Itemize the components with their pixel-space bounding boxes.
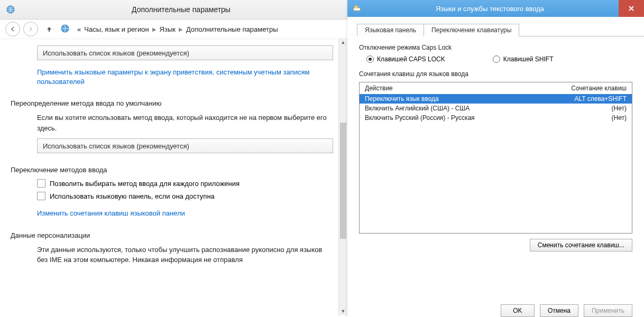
list-header: Действие Сочетание клавиш xyxy=(360,82,632,94)
advanced-settings-window: Дополнительные параметры « Часы, язык и … xyxy=(0,0,348,317)
apply-button[interactable]: Применить xyxy=(584,304,632,317)
apply-to-welcome-link[interactable]: Применить языковые параметры к экрану пр… xyxy=(37,68,323,87)
chevron-right-icon: ▶ xyxy=(152,26,157,32)
titlebar: Языки и службы текстового ввода xyxy=(347,0,644,17)
list-item[interactable]: Включить Английский (США) - США (Нет) xyxy=(360,104,632,113)
tab-keyboard-switch[interactable]: Переключение клавиатуры xyxy=(424,24,519,36)
section-override-ime: Переопределение метода ввода по умолчани… xyxy=(11,99,347,107)
breadcrumb-item[interactable]: Дополнительные параметры xyxy=(186,25,278,33)
up-button[interactable] xyxy=(43,23,55,35)
breadcrumb-item[interactable]: Язык xyxy=(160,25,176,33)
list-item-keys: ALT слева+SHIFT xyxy=(553,95,627,102)
personalization-text: Эти данные используются, только чтобы ул… xyxy=(37,245,333,265)
scrollbar-thumb[interactable] xyxy=(340,123,346,239)
hotkeys-listbox[interactable]: Действие Сочетание клавиш Переключить яз… xyxy=(359,82,632,234)
window-title: Языки и службы текстового ввода xyxy=(361,5,619,13)
radio-label: Клавишей CAPS LOCK xyxy=(377,55,445,63)
list-item[interactable]: Переключить язык ввода ALT слева+SHIFT xyxy=(360,94,632,104)
language-bar-checkbox[interactable]: Использовать языковую панель, если она д… xyxy=(37,192,347,200)
radio-capslock-key[interactable]: Клавишей CAPS LOCK xyxy=(366,55,445,63)
section-personalization: Данные персонализации xyxy=(11,231,347,239)
svg-rect-2 xyxy=(354,8,360,11)
scrollbar[interactable]: ▲ ▼ xyxy=(338,38,347,315)
capslock-group-label: Отключение режима Caps Lock xyxy=(359,44,632,51)
dialog-button-row: OK Отмена Применить xyxy=(501,304,632,317)
radio-label: Клавишей SHIFT xyxy=(503,55,554,63)
language-list-combo-2[interactable]: Использовать список языков (рекомендуетс… xyxy=(37,138,333,153)
list-item-action: Включить Русский (Россия) - Русская xyxy=(365,114,553,122)
scroll-down-icon[interactable]: ▼ xyxy=(339,307,347,315)
svg-rect-3 xyxy=(355,6,357,8)
per-app-ime-checkbox[interactable]: Позволить выбирать метод ввода для каждо… xyxy=(37,179,347,188)
radio-icon xyxy=(366,55,374,63)
nav-bar: « Часы, язык и регион ▶ Язык ▶ Дополните… xyxy=(0,20,347,39)
scroll-up-icon[interactable]: ▲ xyxy=(339,38,347,46)
titlebar: Дополнительные параметры xyxy=(0,0,347,20)
radio-shift-key[interactable]: Клавишей SHIFT xyxy=(493,55,554,63)
tab-language-bar[interactable]: Языковая панель xyxy=(357,24,424,36)
list-item-keys: (Нет) xyxy=(553,114,627,122)
checkbox-icon xyxy=(37,192,45,200)
breadcrumb-prefix: « xyxy=(77,25,81,33)
checkbox-label: Использовать языковую панель, если она д… xyxy=(50,192,215,200)
breadcrumb-item[interactable]: Часы, язык и регион xyxy=(84,25,149,33)
list-item[interactable]: Включить Русский (Россия) - Русская (Нет… xyxy=(360,113,632,123)
text-services-dialog: Языки и службы текстового ввода Языковая… xyxy=(347,0,644,317)
content-area: Использовать список языков (рекомендуетс… xyxy=(0,39,347,317)
breadcrumb[interactable]: « Часы, язык и регион ▶ Язык ▶ Дополните… xyxy=(77,25,278,33)
cancel-button[interactable]: Отмена xyxy=(540,304,578,317)
dialog-body: Языковая панель Переключение клавиатуры … xyxy=(347,23,644,317)
tab-content: Отключение режима Caps Lock Клавишей CAP… xyxy=(347,36,644,259)
forward-button[interactable] xyxy=(23,22,38,36)
list-item-action: Включить Английский (США) - США xyxy=(365,105,553,112)
window-icon xyxy=(5,4,16,15)
change-hotkey-button[interactable]: Сменить сочетание клавиш... xyxy=(530,239,632,251)
back-button[interactable] xyxy=(5,22,20,36)
change-hotkeys-link[interactable]: Изменить сочетания клавиш языковой панел… xyxy=(37,209,185,218)
chevron-right-icon: ▶ xyxy=(179,26,183,32)
checkbox-label: Позволить выбирать метод ввода для каждо… xyxy=(50,180,240,188)
list-item-action: Переключить язык ввода xyxy=(365,95,553,102)
capslock-radio-group: Клавишей CAPS LOCK Клавишей SHIFT xyxy=(366,55,632,63)
combo-value: Использовать список языков (рекомендуетс… xyxy=(43,49,189,57)
radio-icon xyxy=(493,55,500,63)
checkbox-icon xyxy=(37,179,45,188)
col-header-keys: Сочетание клавиш xyxy=(553,85,627,92)
combo-value: Использовать список языков (рекомендуетс… xyxy=(43,142,189,150)
tab-strip: Языковая панель Переключение клавиатуры xyxy=(357,23,644,36)
list-item-keys: (Нет) xyxy=(553,105,627,112)
window-icon xyxy=(353,4,361,14)
hotkeys-group-label: Сочетания клавиш для языков ввода xyxy=(359,70,632,78)
window-title: Дополнительные параметры xyxy=(20,5,342,14)
ok-button[interactable]: OK xyxy=(501,304,535,317)
close-button[interactable] xyxy=(619,0,644,17)
location-icon xyxy=(60,24,70,35)
language-list-combo-1[interactable]: Использовать список языков (рекомендуетс… xyxy=(37,45,333,60)
col-header-action: Действие xyxy=(365,85,553,92)
ime-help-text: Если вы хотите использовать метод ввода,… xyxy=(37,113,333,133)
section-switch-ime: Переключение методов ввода xyxy=(11,166,347,174)
